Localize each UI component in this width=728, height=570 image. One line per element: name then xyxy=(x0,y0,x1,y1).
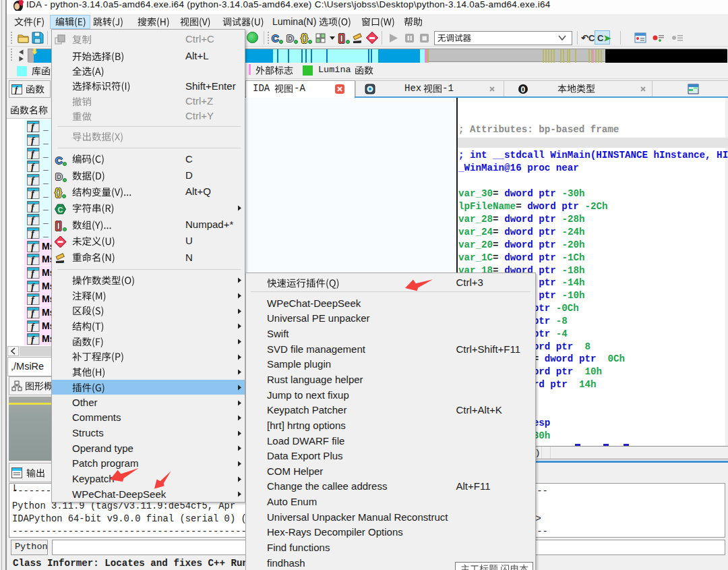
svg-text:0: 0 xyxy=(521,85,526,94)
svg-text:C: C xyxy=(58,206,63,214)
